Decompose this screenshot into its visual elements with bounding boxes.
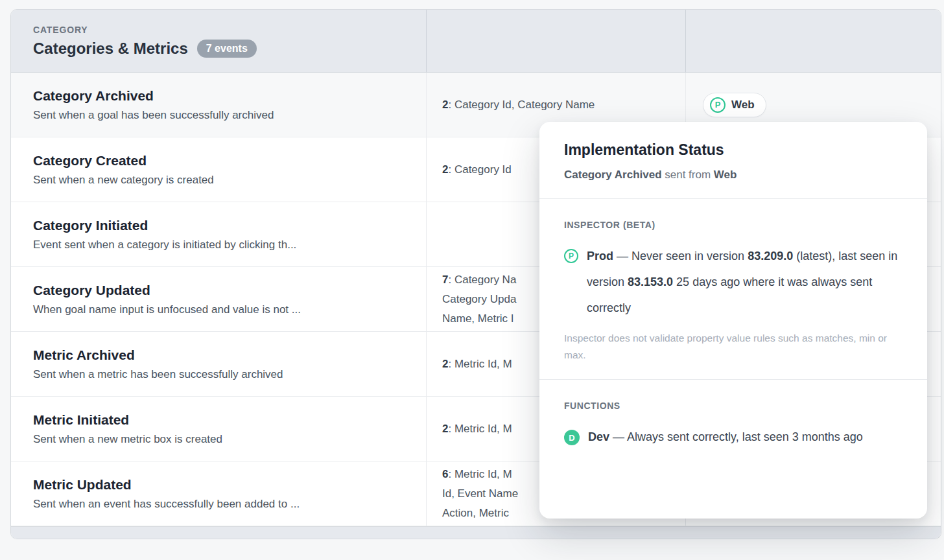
last-seen-version: 83.153.0 xyxy=(628,275,673,288)
table-header-properties-cell xyxy=(426,10,685,72)
event-name[interactable]: Category Created xyxy=(33,153,410,169)
properties-summary: 2: Category Id xyxy=(442,160,512,180)
table-header: CATEGORY Categories & Metrics 7 events xyxy=(11,10,941,73)
event-cell: Metric Archived Sent when a metric has b… xyxy=(11,332,426,396)
properties-summary: 2: Category Id, Category Name xyxy=(442,95,595,115)
event-cell: Category Updated When goal name input is… xyxy=(11,267,426,331)
properties-summary: 6: Metric Id, M Id, Event Name Action, M… xyxy=(442,465,518,523)
popover-source-name: Web xyxy=(714,169,737,181)
properties-summary: 2: Metric Id, M xyxy=(442,355,512,374)
category-kicker: CATEGORY xyxy=(33,25,426,35)
properties-list: : Metric Id, M xyxy=(448,358,512,370)
page-title: Categories & Metrics xyxy=(33,40,188,58)
event-description: Sent when a new category is created xyxy=(33,174,410,187)
event-description: Sent when a new metric box is created xyxy=(33,433,410,446)
events-count-badge: 7 events xyxy=(197,40,257,58)
properties-list: : Metric Id, M Id, Event Name Action, Me… xyxy=(442,468,518,519)
popover-subtitle-text: sent from xyxy=(662,169,714,181)
functions-heading: FUNCTIONS xyxy=(564,401,903,411)
properties-list: : Category Na Category Upda Name, Metric… xyxy=(442,274,516,325)
source-label: Web xyxy=(731,99,755,111)
dev-status-text: Dev — Always sent correctly, last seen 3… xyxy=(588,424,863,450)
event-name[interactable]: Metric Updated xyxy=(33,477,410,493)
popover-subtitle: Category Archived sent from Web xyxy=(564,169,903,181)
inspector-heading: INSPECTOR (BETA) xyxy=(564,220,903,230)
event-description: When goal name input is unfocused and va… xyxy=(33,303,410,316)
popover-header: Implementation Status Category Archived … xyxy=(539,122,927,198)
event-name[interactable]: Metric Initiated xyxy=(33,412,410,428)
inspector-note: Inspector does not validate property val… xyxy=(564,330,901,364)
dev-status-line: D Dev — Always sent correctly, last seen… xyxy=(564,424,903,450)
event-name[interactable]: Category Updated xyxy=(33,283,410,298)
table-header-sources-cell xyxy=(685,10,941,72)
event-description: Event sent when a category is initiated … xyxy=(33,239,410,251)
functions-section: FUNCTIONS D Dev — Always sent correctly,… xyxy=(539,380,927,465)
prod-ring-icon: P xyxy=(710,97,726,113)
prod-status-text: Prod — Never seen in version 83.209.0 (l… xyxy=(587,243,903,321)
event-name[interactable]: Category Archived xyxy=(33,88,410,104)
prod-ring-icon: P xyxy=(564,249,578,263)
dev-circle-icon: D xyxy=(564,430,580,445)
dev-env-name: Dev xyxy=(588,430,609,443)
prod-env-name: Prod xyxy=(587,250,613,262)
event-cell: Category Initiated Event sent when a cat… xyxy=(11,202,426,266)
properties-summary: 7: Category Na Category Upda Name, Metri… xyxy=(442,270,516,329)
implementation-status-popover: Implementation Status Category Archived … xyxy=(539,122,927,519)
event-cell: Category Archived Sent when a goal has b… xyxy=(11,73,426,137)
properties-list: : Category Id xyxy=(448,163,511,176)
event-name[interactable]: Metric Archived xyxy=(33,347,410,363)
event-cell: Category Created Sent when a new categor… xyxy=(11,137,426,202)
table-footer-strip xyxy=(11,526,941,539)
source-badge-web[interactable]: P Web xyxy=(703,93,766,117)
popover-title: Implementation Status xyxy=(564,141,903,159)
event-description: Sent when an event has successfully been… xyxy=(33,498,410,511)
event-cell: Metric Updated Sent when an event has su… xyxy=(11,461,426,526)
event-name[interactable]: Category Initiated xyxy=(33,218,410,233)
title-row: Categories & Metrics 7 events xyxy=(33,40,426,58)
event-description: Sent when a goal has been successfully a… xyxy=(33,109,410,122)
properties-list: : Metric Id, M xyxy=(448,423,512,435)
properties-list: : Category Id, Category Name xyxy=(448,99,595,111)
event-cell: Metric Initiated Sent when a new metric … xyxy=(11,397,426,461)
table-header-category-cell: CATEGORY Categories & Metrics 7 events xyxy=(11,10,426,72)
properties-summary: 2: Metric Id, M xyxy=(442,419,512,439)
inspector-section: INSPECTOR (BETA) P Prod — Never seen in … xyxy=(539,199,927,379)
prod-status-line: P Prod — Never seen in version 83.209.0 … xyxy=(564,243,903,321)
latest-version: 83.209.0 xyxy=(748,250,793,262)
event-description: Sent when a metric has been successfully… xyxy=(33,368,410,381)
popover-event-name: Category Archived xyxy=(564,169,662,181)
